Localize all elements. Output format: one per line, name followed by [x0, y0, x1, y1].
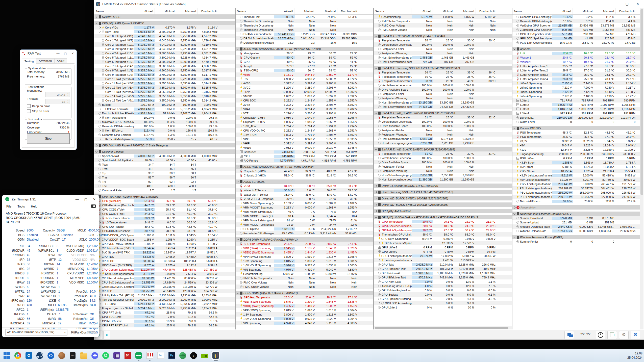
- taskbar-clock[interactable]: 19:08 25.04.2024: [627, 351, 642, 360]
- sensor-row[interactable]: Core VIDs1.177 V0.870 V1.375 V1.184 V: [94, 25, 235, 30]
- sensor-row[interactable]: CPU Kern-Leistungsaufnahme (SV...63.568 …: [94, 276, 235, 280]
- sensor-row[interactable]: Drive Available Spare100.0 %100.0 %100.0…: [374, 160, 512, 164]
- expand-icon[interactable]: [378, 258, 381, 262]
- sensor-row[interactable]: Netzteil-Effizienz92.6 %75.0 %92.8 %92.2…: [512, 199, 640, 203]
- sensor-row[interactable]: CPU Gesamt50 °C36 °C59 °C52 °C: [236, 55, 373, 60]
- taskbar-icon-chip-app[interactable]: [112, 351, 121, 360]
- sensor-row[interactable]: Command Rate1 T1 T1 T: [94, 188, 235, 192]
- sensor-section[interactable]: GPU [#0]: NVIDIA GeForce RTX 4090: GALAX…: [374, 215, 512, 219]
- sensor-row[interactable]: Host-Lesevorgänge gesamt7,298 GB7,225 GB…: [374, 141, 512, 145]
- settings-button[interactable]: ⚙: [619, 331, 629, 339]
- close-button[interactable]: ✕: [93, 197, 96, 201]
- sensor-row[interactable]: Aktuelle Download-Rate2.540 KB/s0.000 KB…: [512, 224, 640, 229]
- sensor-row[interactable]: Water Out T Sensor33.0 °C33.0 °C33.0 °C3…: [236, 192, 373, 197]
- sensor-row[interactable]: Core 7 Takt (perf #14/15)5,175.0 MHz3,50…: [94, 64, 235, 68]
- expand-icon[interactable]: [375, 190, 378, 194]
- vertical-scrollbar[interactable]: [640, 8, 643, 329]
- sensor-row[interactable]: Lüfter31,016 RPM1,009 RPM1,020 RPM1,016 …: [512, 107, 640, 111]
- sensor-row[interactable]: Core 2 Takt (perf #12/13)5,175.0 MHz4,04…: [94, 42, 235, 47]
- sensor-row[interactable]: Drive Available Spare100.0 %100.0 %100.0…: [374, 124, 512, 128]
- collapse-icon[interactable]: [375, 66, 378, 70]
- sensor-row[interactable]: CPU PPT Limit67.1 %28.5 %79.2 %64.6 %: [94, 310, 235, 315]
- sensor-section[interactable]: Speicher-Timings: [94, 149, 235, 154]
- sensor-row[interactable]: Durchschnittlicher Effektiver Takt4,918.…: [94, 111, 235, 115]
- sensor-row[interactable]: CPU VDDCR_SOC Spannung (SVI...1.255 V1.2…: [94, 237, 235, 242]
- sensor-row[interactable]: VHIF3.392 V3.392 V3.408 V3.394 V: [236, 141, 373, 145]
- sensor-section[interactable]: S.M.A.R.T.: WD_BLACK SN850X 1000GB (2237…: [374, 111, 512, 115]
- collapse-icon[interactable]: [236, 237, 240, 242]
- sensor-row[interactable]: GPU D3D Auslastungen0.0 %3.6 %: [374, 301, 512, 305]
- sensor-row[interactable]: Festplatten-Temperatur 236 °C26 °C38 °C3…: [374, 74, 512, 79]
- sensor-row[interactable]: VRM VCCGT Spannung (VOUT)1.253 V0.000 V1…: [236, 205, 373, 210]
- sensor-row[interactable]: +3,3V3.328 V3.328 V5.047 V3.329 V: [512, 139, 640, 143]
- sensor-row[interactable]: GPU-Kern-Last7.0 %0.0 %13.0 %1.1 %: [374, 279, 512, 284]
- sensor-row[interactable]: GPU-Speicher-Nutzung3.7 %2.8 %4.3 %3.6 %: [374, 297, 512, 301]
- tab-about[interactable]: About: [54, 58, 67, 63]
- sensor-section[interactable]: S.M.A.R.T.: Samsung SSD 970 EVO 1TB (S46…: [374, 66, 512, 70]
- sensor-row[interactable]: CPU-SoC-Leistungsaufnahme (SV...23.755 W…: [94, 280, 235, 285]
- sensor-row[interactable]: Lüfter1791 RPM782 RPM793 RPM790 RPM: [512, 98, 640, 102]
- sensor-row[interactable]: +5V Strom6.188 A1.625 A16.000 A6.134 A: [512, 165, 640, 169]
- sensor-row[interactable]: Summe Fehler000: [512, 239, 640, 244]
- sensor-row[interactable]: Thermische Drosselung (PROCHO...NeinNein…: [236, 23, 373, 28]
- sensor-row[interactable]: Lüfter4992 RPM981 RPM992 RPM991 RPM: [512, 111, 640, 115]
- collapse-icon[interactable]: [513, 212, 516, 216]
- sensor-row[interactable]: Durchfluß1219.000 L/h216.200 L/h222.100 …: [512, 115, 640, 120]
- sensor-row[interactable]: Speicher-Takt4,000.0 MHz4,000.0 MHz4,000…: [94, 154, 235, 158]
- collapse-icon[interactable]: [95, 21, 98, 25]
- column-header[interactable]: Aktuell: [551, 8, 573, 14]
- sensor-row[interactable]: Wasser219.7 °C19.7 °C21.7 °C20.9 °C: [512, 60, 640, 64]
- sensor-row[interactable]: Thermal Limit50.2 %37.8 %74.9 %51.3 %: [236, 15, 373, 19]
- expand-icon[interactable]: [378, 241, 381, 245]
- sensor-row[interactable]: Drive Available Spare100.0 %100.0 %100.0…: [374, 87, 512, 92]
- sensor-row[interactable]: Lüfter3 Spannung7.120 V7.120 V7.140 V7.1…: [512, 90, 640, 94]
- sensor-row[interactable]: CPU-Gesamt-Leistungsaufnahme111.094 W47.…: [94, 267, 235, 272]
- expand-icon[interactable]: [98, 107, 102, 111]
- sensor-row[interactable]: GPU Lüfter10 %0 %30 %0 %: [374, 305, 512, 309]
- taskbar-icon-hwinfo-sensors[interactable]: [211, 351, 220, 360]
- sensor-row[interactable]: CPU CCD1 (Tdie)41.5 °C25.4 °C51.4 °C37.8…: [94, 207, 235, 212]
- taskbar-icon-start[interactable]: [3, 351, 11, 360]
- sensor-row[interactable]: Verfügbar GPU-Speicher23,655 MB23,506 MB…: [512, 23, 640, 28]
- sensor-row[interactable]: Core 3 Takt (perf #11/12)5,175.0 MHz4,04…: [94, 47, 235, 51]
- sensor-row[interactable]: CPU IOD Hotspot39.3 °C31.8 °C42.5 °C40.7…: [94, 224, 235, 229]
- taskbar-icon-discord[interactable]: [90, 351, 99, 360]
- sensor-row[interactable]: Festplatten-WarnungNeinNeinNein: [374, 51, 512, 55]
- sensor-row[interactable]: Eingangsspannung230.000 V230.000 V230.00…: [512, 152, 640, 156]
- sensor-row[interactable]: VRM Vcore Leistungsaufnahme (P...61 W0 W…: [236, 218, 373, 222]
- sensor-row[interactable]: Bustakt100.0 MHz100.0 MHz100.0 MHz100.0 …: [94, 102, 235, 107]
- sensor-row[interactable]: Thermische Drosselung (PROCHO...NeinNein…: [236, 28, 373, 32]
- sensor-row[interactable]: CPU VDDCR_VDD Spannung (SVI...1.185 V1.1…: [94, 233, 235, 237]
- sensor-row[interactable]: GPU D3D-Speicher dediziert507 MB288 MB65…: [512, 32, 640, 36]
- sensor-row[interactable]: CPU40 °C25 °C49 °C41 °C: [236, 60, 373, 64]
- sensor-section[interactable]: Drive: WD_BLACK SN850X 1000GB (223905800…: [374, 202, 512, 207]
- sensor-row[interactable]: Kern-Temperaturen30.9 °C0.0 °C66.6 °C30.…: [94, 216, 235, 220]
- column-header[interactable]: Maximal: [316, 8, 337, 14]
- sensor-row[interactable]: Host-Schreibvorgänge gesamt6,050 GB5,974…: [374, 137, 512, 141]
- sensor-row[interactable]: GPU-Hot-Spot-Temperatur28.2 °C27.6 °C30.…: [374, 228, 512, 232]
- close-button[interactable]: ✕: [71, 52, 74, 55]
- sensor-row[interactable]: CPU PPT FAST Limit67.1 %28.5 %79.2 %64.6…: [94, 323, 235, 327]
- sensor-row[interactable]: Verbleibende Lebensdauer der Fe...100.0 …: [374, 119, 512, 124]
- sensor-row[interactable]: GPU Effektiver Takt970.6 MHz742.8 MHz2,6…: [374, 275, 512, 279]
- sensor-row[interactable]: Festplatten-Temperatur31 °C26 °C32 °C31 …: [374, 151, 512, 156]
- dimm-select[interactable]: A2: F5-7800J3646H16G (16GB, SR): [5, 329, 67, 336]
- sensor-row[interactable]: Host-Lesevorgänge gesamt24,433 GB24,433 …: [374, 105, 512, 109]
- collapse-icon[interactable]: [236, 291, 240, 295]
- sensor-row[interactable]: CPU VDDIO / MC1.252 V1.243 V1.261 V1.251…: [236, 128, 373, 133]
- sensor-section[interactable]: DDR5 DIMM [#3] (P0 CHANNEL B/DIMM 1): [236, 291, 373, 295]
- sensor-row[interactable]: Chipsatz 1 (xHCI)47.4 °C32.9 °C48.3 °C47…: [236, 169, 373, 173]
- hwinfo-titlebar[interactable]: HWiNFO64 v7.66-5271 Sensor Status [16 va…: [94, 0, 644, 8]
- sensor-row[interactable]: PMIC Under VoltageNeinNeinNeinNein: [374, 28, 512, 32]
- taskbar-icon-chrome[interactable]: [14, 351, 22, 360]
- sensor-row[interactable]: Tcas34 T34 T34 T: [94, 162, 235, 167]
- tab-advanced[interactable]: Advanced: [36, 58, 54, 63]
- sensor-row[interactable]: Kern-Effizienz116.4 %0.0 %126.6 %116.3 %: [94, 128, 235, 133]
- expand-icon[interactable]: [378, 301, 381, 305]
- sensor-row[interactable]: CPU-Gehäuse (Durchschnitt)44.7 °C33.7 °C…: [94, 203, 235, 207]
- menu-help[interactable]: Help: [31, 205, 37, 208]
- sensor-row[interactable]: CPU TDC53.638 A9.455 A73.438 A50.854 A: [94, 254, 235, 259]
- sensor-section[interactable]: Drive: WD_BLACK SN850X 1000GB (223761802…: [374, 196, 512, 200]
- sensor-row[interactable]: Core 14 Takt (perf #6/9)5,275.0 MHz3,550…: [94, 94, 235, 98]
- sensor-row[interactable]: Chipsatz1 +1.05V1.056 V1.040 V1.056 V1.0…: [236, 120, 373, 124]
